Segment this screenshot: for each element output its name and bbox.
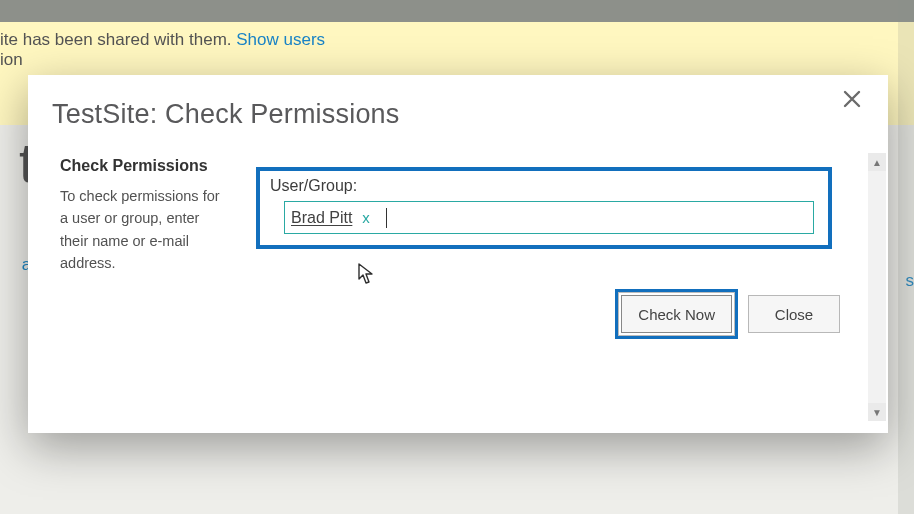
mouse-cursor-icon [358,263,376,285]
user-group-field-highlight: User/Group: Brad Pitt x [256,167,832,249]
check-permissions-dialog: TestSite: Check Permissions Check Permis… [28,75,888,433]
dialog-description-column: Check Permissions To check permissions f… [60,157,230,275]
banner-text: ite has been shared with them. [0,30,232,49]
people-chip-remove-icon[interactable]: x [360,209,372,226]
page-right-edge [898,0,914,514]
user-group-label: User/Group: [270,177,818,195]
dialog-title: TestSite: Check Permissions [52,99,400,130]
banner-show-users-link[interactable]: Show users [236,30,325,49]
dialog-button-row: Check Now Close [615,289,840,339]
check-now-button[interactable]: Check Now [621,295,732,333]
scrollbar-down-arrow-icon[interactable]: ▼ [868,403,886,421]
dialog-scrollbar[interactable]: ▲ ▼ [868,153,886,421]
text-caret [386,208,387,228]
close-icon[interactable] [842,89,866,113]
close-button[interactable]: Close [748,295,840,333]
banner-text-line2: ion [0,50,902,70]
top-nav-bar [0,0,914,22]
section-heading: Check Permissions [60,157,230,175]
people-chip-name[interactable]: Brad Pitt [291,209,352,227]
user-group-input[interactable]: Brad Pitt x [284,201,814,234]
check-now-highlight: Check Now [615,289,738,339]
section-help-text: To check permissions for a user or group… [60,185,230,275]
scrollbar-up-arrow-icon[interactable]: ▲ [868,153,886,171]
